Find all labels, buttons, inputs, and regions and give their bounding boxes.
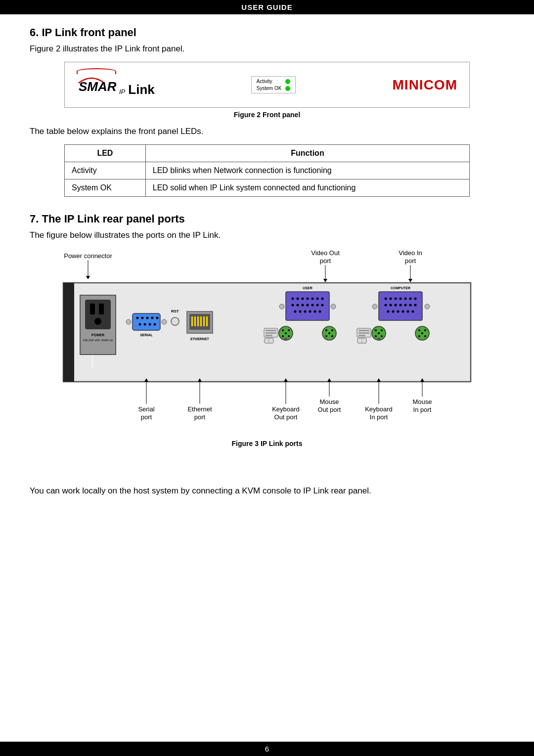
comp-vga-screw-right [425,304,430,309]
led-name-activity: Activity [65,162,146,179]
vga-pin [385,298,387,300]
serial-pin [136,317,139,319]
figure2-caption: Figure 2 Front panel [30,111,504,119]
vga-pin [304,311,307,313]
vga-pin [319,311,321,313]
vga-pin [302,298,304,300]
vga-pin [400,304,402,307]
section7-intro: The figure below illustrates the ports o… [30,230,504,240]
ps2-pin [418,329,420,331]
left-strip [63,283,74,382]
eth-label: ETHERNET [190,337,209,341]
kbd-key-row [266,335,272,336]
led-name-systemok: System OK [65,179,146,197]
serial-label: SERIAL [140,333,153,337]
main-content: 6. IP Link front panel Figure 2 illustra… [0,14,534,742]
vga-pin [307,298,309,300]
ip-sub-text: IP [119,88,125,95]
ps2-pin [288,329,290,331]
serial-pin [151,317,154,319]
vga-pin [409,298,412,300]
kbd-key-row [266,330,276,331]
anno-kbd-in: Keyboard [365,405,393,413]
ps2-pin [381,335,383,337]
ps2-pin [424,335,426,337]
serial-screw-left [126,319,131,324]
serial-db9 [133,313,160,330]
anno-serial-port: Serial [138,405,154,413]
col-led: LED [65,145,146,162]
kbd-key-row [358,330,369,331]
section6-title: 6. IP Link front panel [30,26,504,39]
anno-kbd-out2: Out port [274,413,298,421]
figure3-caption: Figure 3 IP Link ports [232,440,303,447]
vga-pin [390,298,392,300]
vga-pin [404,304,407,307]
vga-pin [309,311,312,313]
led-panel: Activity System OK [251,76,296,93]
vga-pin [409,304,412,307]
anno-serial-port2: port [141,413,152,421]
vga-pin [316,304,319,307]
eth-pin [200,316,202,326]
ps2-pin [375,335,377,337]
user-vga-screw-left [279,304,284,309]
serial-pin [154,323,156,326]
section7-title: 7. The IP Link rear panel ports [30,213,504,225]
vga-pin [395,298,397,300]
footer-bar: 6 [0,742,534,756]
vga-pin [414,298,417,300]
serial-pin [144,323,146,326]
ps2-pin [282,329,284,331]
rst-label: RST [171,309,179,313]
vga-pin [321,304,324,307]
vga-pin [312,304,314,307]
anno-kbd-in2: In port [370,413,388,421]
vga-pin [400,298,402,300]
anno-kbd-out: Keyboard [272,405,300,413]
anno-video-out: Video Out [311,249,340,257]
vga-pin [312,298,314,300]
ps2-key [284,338,287,341]
power-label: POWER [91,333,104,337]
serial-pin [156,317,159,319]
ps2-pin [328,332,330,334]
led-activity-dot [285,79,290,84]
vga-pin [299,311,302,313]
kbd-key-row [358,335,365,336]
serial-screw-right [162,319,167,324]
led-activity-label: Activity [257,79,272,84]
ps2-pin [424,329,426,331]
led-systemok-dot [285,86,290,91]
smart-logo: SMART IP Link [77,72,155,97]
kbd-key-row [358,332,369,334]
serial-pin [146,317,149,319]
anno-eth-port2: port [194,413,206,421]
table-row: System OK LED solid when IP Link system … [65,179,470,197]
vga-pin [414,304,417,307]
vga-pin [307,304,309,307]
anno-video-in-port: port [405,257,416,265]
link-text: Link [128,82,154,97]
table-intro: The table below explains the front panel… [30,127,504,136]
closing-text: You can work locally on the host system … [30,485,504,497]
rear-panel-diagram: Power connector Video Out port Video In … [54,248,480,478]
table-row: Activity LED blinks when Network connect… [65,162,470,179]
anno-video-out-port: port [320,257,331,265]
col-function: Function [145,145,469,162]
header-bar: USER GUIDE [0,0,534,14]
vga-pin [402,311,404,313]
vga-pin [387,311,390,313]
led-table: LED Function Activity LED blinks when Ne… [64,144,470,197]
anno-mouse-in2: In port [413,406,432,413]
ps2-pin [331,329,333,331]
ps2-pin [331,335,333,337]
smart-arc: SMART [77,72,116,96]
led-function-systemok: LED solid when IP Link system connected … [145,179,469,197]
rst-button [171,317,179,325]
vga-pin [397,311,400,313]
section6-intro: Figure 2 illustrates the IP Link front p… [30,44,504,54]
serial-pin [149,323,151,326]
arrow-video-in [408,279,412,282]
serial-pin [141,317,144,319]
